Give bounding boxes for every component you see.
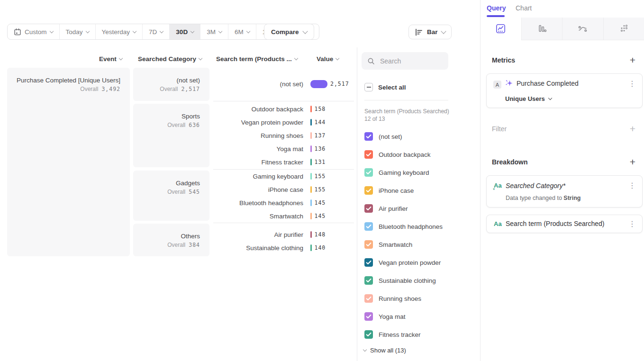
- search-term-row[interactable]: (not set) 2,517: [213, 77, 355, 90]
- search-term-label: Smartwatch: [213, 213, 303, 220]
- legend-item[interactable]: Running shoes: [364, 294, 443, 303]
- add-metric-button[interactable]: +: [630, 55, 635, 65]
- kebab-menu-icon[interactable]: ⋮: [628, 220, 636, 228]
- value-bar[interactable]: [310, 145, 312, 152]
- legend-checkbox[interactable]: [364, 186, 373, 195]
- event-name: Purchase Completed [Unique Users]: [7, 77, 120, 84]
- active-tab-underline: [487, 15, 505, 17]
- date-range-option[interactable]: Today: [59, 24, 95, 39]
- search-term-row[interactable]: Fitness tracker 131: [213, 155, 355, 169]
- kebab-menu-icon[interactable]: ⋮: [628, 80, 636, 88]
- legend-search[interactable]: [362, 52, 448, 70]
- date-range-option[interactable]: 6M: [228, 24, 256, 39]
- value-bar[interactable]: [310, 186, 312, 193]
- select-all-row[interactable]: Select all: [364, 83, 406, 91]
- legend-checkbox[interactable]: [364, 258, 373, 267]
- search-term-row[interactable]: Yoga mat 136: [213, 142, 355, 155]
- category-cell[interactable]: Sports Overall 636: [133, 104, 209, 167]
- value-bar[interactable]: [310, 213, 312, 219]
- legend-checkbox[interactable]: [364, 204, 373, 213]
- column-header-searched-category[interactable]: Searched Category: [138, 55, 202, 63]
- event-cell[interactable]: Purchase Completed [Unique Users] Overal…: [7, 68, 130, 256]
- date-range-option[interactable]: Yesterday: [95, 24, 143, 39]
- search-term-row[interactable]: Bluetooth headphones 145: [213, 196, 355, 209]
- search-term-row[interactable]: iPhone case 155: [213, 183, 355, 196]
- search-term-label: Yoga mat: [213, 145, 303, 153]
- value-bar[interactable]: [310, 106, 312, 112]
- view-tab-retention[interactable]: [603, 18, 644, 40]
- breakdown-card-searched-category[interactable]: Aa * Searched Category* ⋮ Data type chan…: [486, 175, 643, 208]
- legend-checkbox[interactable]: [364, 312, 373, 321]
- check-icon: [366, 170, 372, 175]
- search-term-label: iPhone case: [213, 186, 303, 193]
- view-tab-funnels[interactable]: [521, 18, 562, 40]
- breakdown-card-search-term[interactable]: Aa Search term (Products Searched) ⋮: [486, 215, 643, 233]
- value-bar[interactable]: [310, 119, 312, 126]
- legend-item[interactable]: Vegan protein powder: [364, 258, 443, 267]
- legend-item[interactable]: (not set): [364, 132, 443, 141]
- tab-chart[interactable]: Chart: [516, 4, 532, 12]
- legend-checkbox[interactable]: [364, 330, 373, 339]
- report-type-tabs: [481, 18, 644, 40]
- view-tab-insights[interactable]: [481, 18, 521, 40]
- date-range-option[interactable]: 7D: [142, 24, 169, 39]
- view-tab-flows[interactable]: [562, 18, 603, 40]
- legend-checkbox[interactable]: [364, 132, 373, 141]
- legend-item[interactable]: Sustainable clothing: [364, 276, 443, 285]
- legend-item[interactable]: iPhone case: [364, 186, 443, 195]
- search-term-label: Air purifier: [213, 231, 303, 238]
- legend-item[interactable]: Air purifier: [364, 204, 443, 213]
- compare-button[interactable]: Compare: [264, 24, 314, 40]
- column-header-value[interactable]: Value: [317, 55, 339, 63]
- legend-item[interactable]: Smartwatch: [364, 240, 443, 249]
- search-term-row[interactable]: Smartwatch 145: [213, 209, 355, 223]
- metric-card[interactable]: A Purchase Completed ⋮ Unique Users: [486, 73, 643, 108]
- legend-checkbox[interactable]: [364, 294, 373, 303]
- show-all-toggle[interactable]: Show all (13): [363, 347, 406, 354]
- date-range-option[interactable]: 3M: [200, 24, 228, 39]
- check-icon: [366, 152, 372, 157]
- legend-item[interactable]: Bluetooth headphones: [364, 222, 443, 231]
- category-cell[interactable]: (not set) Overall 2,517: [133, 68, 209, 101]
- value-label: 2,517: [330, 81, 349, 87]
- value-bar[interactable]: [310, 132, 312, 139]
- value-label: 145: [315, 199, 326, 206]
- select-all-checkbox[interactable]: [364, 83, 373, 91]
- legend-checkbox[interactable]: [364, 240, 373, 249]
- date-range-option[interactable]: Custom: [8, 24, 59, 39]
- search-term-row[interactable]: Vegan protein powder 144: [213, 116, 355, 129]
- value-bar[interactable]: [310, 199, 312, 206]
- legend-checkbox[interactable]: [364, 222, 373, 231]
- search-input[interactable]: [379, 57, 443, 65]
- chevron-down-icon: [190, 29, 194, 33]
- search-term-row[interactable]: Sustainable clothing 140: [213, 241, 355, 254]
- tab-query[interactable]: Query: [487, 4, 506, 12]
- legend-checkbox[interactable]: [364, 150, 373, 159]
- value-bar[interactable]: [310, 244, 312, 251]
- chart-type-button[interactable]: Bar: [408, 25, 452, 39]
- legend-item[interactable]: Gaming keyboard: [364, 168, 443, 177]
- aggregation-selector[interactable]: Unique Users: [505, 95, 552, 102]
- kebab-menu-icon[interactable]: ⋮: [628, 182, 636, 190]
- category-cell[interactable]: Gadgets Overall 545: [133, 171, 209, 221]
- legend-item[interactable]: Yoga mat: [364, 312, 443, 321]
- legend-item[interactable]: Fitness tracker: [364, 330, 443, 339]
- add-breakdown-button[interactable]: +: [630, 157, 635, 167]
- metrics-title: Metrics: [492, 56, 515, 64]
- column-header-event[interactable]: Event: [99, 55, 122, 63]
- search-term-row[interactable]: Gaming keyboard 155: [213, 170, 355, 183]
- legend-checkbox[interactable]: [364, 168, 373, 177]
- add-filter-button[interactable]: +: [630, 124, 635, 134]
- legend-item[interactable]: Outdoor backpack: [364, 150, 443, 159]
- value-bar[interactable]: [310, 173, 312, 180]
- legend-checkbox[interactable]: [364, 276, 373, 285]
- date-range-option[interactable]: 30D: [169, 24, 200, 39]
- category-cell[interactable]: Others Overall 384: [133, 224, 209, 256]
- value-bar[interactable]: [310, 80, 327, 88]
- value-bar[interactable]: [310, 231, 312, 238]
- column-header-search-term[interactable]: Search term (Products ...: [216, 55, 298, 63]
- search-term-row[interactable]: Air purifier 148: [213, 228, 355, 241]
- value-bar[interactable]: [310, 159, 312, 165]
- search-term-row[interactable]: Running shoes 137: [213, 129, 355, 142]
- search-term-row[interactable]: Outdoor backpack 158: [213, 102, 355, 116]
